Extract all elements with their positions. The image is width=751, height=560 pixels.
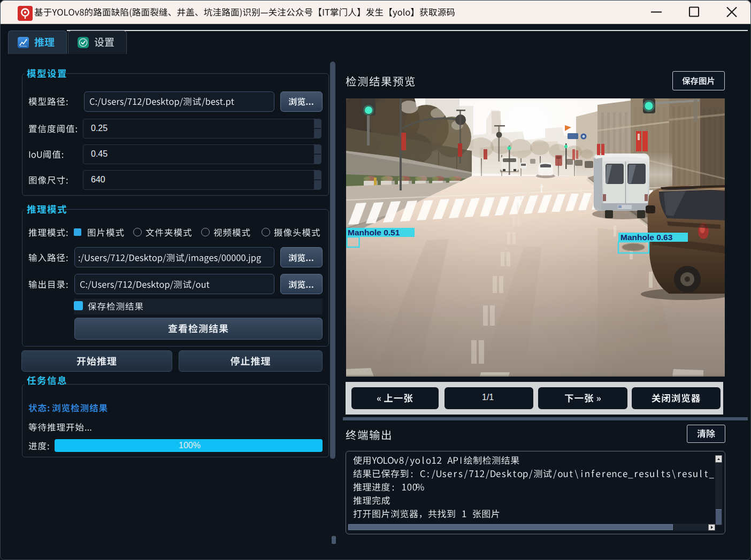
svg-text:Manhole 0.63: Manhole 0.63 bbox=[620, 233, 673, 242]
svg-text:Manhole 0.51: Manhole 0.51 bbox=[348, 228, 400, 237]
